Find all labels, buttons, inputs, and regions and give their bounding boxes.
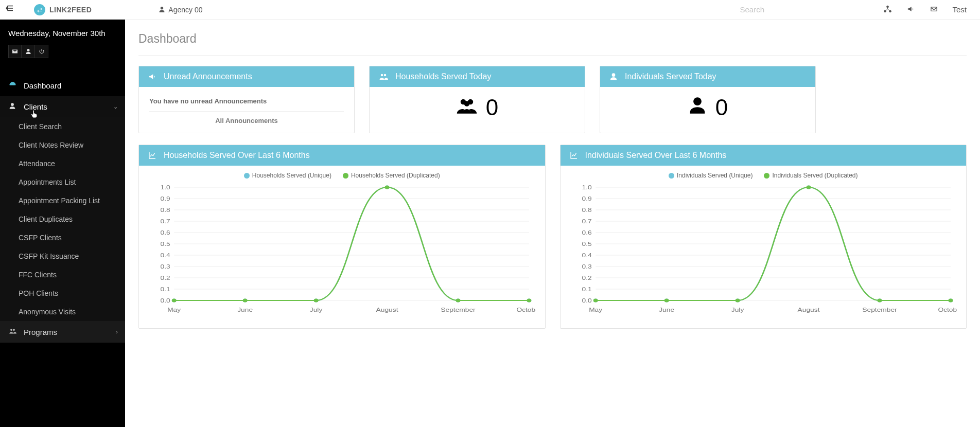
individuals-today-value: 0 xyxy=(715,95,728,120)
sidebar-subitem-csfp-clients[interactable]: CSFP Clients xyxy=(0,228,125,247)
sidebar-item-label: Dashboard xyxy=(24,81,61,90)
svg-text:May: May xyxy=(167,307,181,313)
chart-households: 0.00.10.20.30.40.50.60.70.80.91.0MayJune… xyxy=(148,182,536,316)
svg-point-39 xyxy=(527,299,532,303)
sidebar-item-programs[interactable]: Programs › xyxy=(0,321,125,343)
bullhorn-icon[interactable] xyxy=(907,5,915,14)
svg-text:1.0: 1.0 xyxy=(582,184,591,190)
sidebar-mail-button[interactable] xyxy=(8,45,22,58)
card-households-chart: Households Served Over Last 6 Months Hou… xyxy=(138,145,546,329)
user-label[interactable]: Test xyxy=(952,5,967,14)
card-title: Individuals Served Over Last 6 Months xyxy=(585,151,727,160)
svg-text:0.5: 0.5 xyxy=(160,241,170,247)
page-title: Dashboard xyxy=(138,32,967,46)
search-input[interactable] xyxy=(740,5,873,14)
svg-point-77 xyxy=(806,186,811,189)
sidebar-subitem-client-duplicates[interactable]: Client Duplicates xyxy=(0,210,125,228)
network-icon[interactable] xyxy=(884,5,891,14)
legend-unique: Households Served (Unique) xyxy=(252,172,331,179)
svg-point-38 xyxy=(456,299,461,303)
svg-text:0.2: 0.2 xyxy=(582,275,591,281)
agency-selector[interactable]: Agency 00 xyxy=(159,6,202,14)
sidebar-item-clients[interactable]: Clients ⌄ xyxy=(0,96,125,117)
card-title: Individuals Served Today xyxy=(625,72,716,81)
svg-text:0.9: 0.9 xyxy=(160,195,170,202)
menu-toggle-icon[interactable] xyxy=(0,4,20,15)
svg-text:0.7: 0.7 xyxy=(160,218,170,224)
sidebar-subitem-ffc-clients[interactable]: FFC Clients xyxy=(0,265,125,284)
svg-text:0.4: 0.4 xyxy=(160,252,170,258)
svg-point-74 xyxy=(593,299,598,303)
sidebar-subitem-csfp-kit-issuance[interactable]: CSFP Kit Issuance xyxy=(0,247,125,265)
chart-individuals: 0.00.10.20.30.40.50.60.70.80.91.0MayJune… xyxy=(570,182,957,316)
all-announcements-link[interactable]: All Announcements xyxy=(149,112,344,124)
topbar: ⇄ LINK2FEED Agency 00 Test xyxy=(0,0,980,20)
svg-text:0.4: 0.4 xyxy=(582,252,591,258)
svg-text:0.6: 0.6 xyxy=(582,229,591,236)
svg-text:September: September xyxy=(441,307,475,313)
svg-text:0.5: 0.5 xyxy=(582,241,591,247)
svg-text:July: July xyxy=(310,307,323,313)
svg-text:October: October xyxy=(516,307,535,313)
sidebar-subitem-poh-clients[interactable]: POH Clients xyxy=(0,284,125,303)
logo-text: LINK2FEED xyxy=(49,6,92,14)
households-today-value: 0 xyxy=(486,95,498,120)
svg-text:September: September xyxy=(862,307,897,313)
svg-point-36 xyxy=(314,299,319,303)
card-title: Unread Announcements xyxy=(164,72,252,81)
sidebar-user-button[interactable] xyxy=(22,45,35,58)
svg-text:May: May xyxy=(589,307,603,313)
svg-text:0.0: 0.0 xyxy=(160,297,170,304)
sidebar-quick-buttons xyxy=(8,45,117,58)
svg-text:October: October xyxy=(938,307,957,313)
svg-text:0.3: 0.3 xyxy=(582,263,591,270)
dashboard-icon xyxy=(8,81,16,90)
svg-text:August: August xyxy=(376,307,399,313)
legend-duplicated: Individuals Served (Duplicated) xyxy=(772,172,857,179)
users-icon xyxy=(456,95,478,121)
svg-text:0.0: 0.0 xyxy=(582,297,591,304)
sidebar-item-label: Programs xyxy=(24,328,57,336)
svg-text:0.9: 0.9 xyxy=(582,195,591,202)
sidebar-subitem-appointment-packing-list[interactable]: Appointment Packing List xyxy=(0,191,125,210)
sidebar-subitem-client-notes-review[interactable]: Client Notes Review xyxy=(0,136,125,154)
announcement-empty-text: You have no unread Announcements xyxy=(149,95,344,112)
sidebar-submenu-clients: Client SearchClient Notes ReviewAttendan… xyxy=(0,117,125,321)
bullhorn-icon xyxy=(148,73,156,81)
chevron-down-icon: ⌄ xyxy=(113,103,118,110)
svg-text:June: June xyxy=(659,307,674,313)
sidebar-date: Wednesday, November 30th xyxy=(8,29,117,38)
svg-text:0.1: 0.1 xyxy=(160,286,170,292)
sidebar-subitem-attendance[interactable]: Attendance xyxy=(0,154,125,173)
svg-text:July: July xyxy=(731,307,744,313)
content-area: Dashboard Unread Announcements You have … xyxy=(125,20,980,427)
svg-point-75 xyxy=(664,299,669,303)
user-icon xyxy=(688,96,707,120)
sidebar: Wednesday, November 30th Dashboard Clien… xyxy=(0,20,125,427)
svg-point-35 xyxy=(243,299,248,303)
svg-text:0.8: 0.8 xyxy=(160,207,170,213)
logo[interactable]: ⇄ LINK2FEED xyxy=(34,4,92,15)
svg-text:0.2: 0.2 xyxy=(160,275,170,281)
card-announcements: Unread Announcements You have no unread … xyxy=(138,66,355,133)
svg-point-78 xyxy=(877,299,882,303)
svg-text:August: August xyxy=(797,307,820,313)
chart-icon xyxy=(148,151,156,159)
svg-text:0.7: 0.7 xyxy=(582,218,591,224)
chart-legend: Households Served (Unique) Households Se… xyxy=(148,172,536,179)
sidebar-power-button[interactable] xyxy=(35,45,48,58)
mail-icon[interactable] xyxy=(930,5,938,14)
sidebar-subitem-client-search[interactable]: Client Search xyxy=(0,117,125,136)
legend-unique: Individuals Served (Unique) xyxy=(677,172,752,179)
sidebar-subitem-appointments-list[interactable]: Appointments List xyxy=(0,173,125,191)
chart-icon xyxy=(570,151,578,159)
card-title: Households Served Over Last 6 Months xyxy=(164,151,310,160)
card-individuals-today: Individuals Served Today 0 xyxy=(600,66,816,133)
legend-duplicated: Households Served (Duplicated) xyxy=(351,172,440,179)
sidebar-item-dashboard[interactable]: Dashboard xyxy=(0,75,125,96)
sidebar-subitem-anonymous-visits[interactable]: Anonymous Visits xyxy=(0,303,125,321)
svg-text:1.0: 1.0 xyxy=(160,184,170,190)
card-households-today: Households Served Today 0 xyxy=(369,66,585,133)
user-icon xyxy=(8,102,16,111)
svg-point-37 xyxy=(385,186,390,189)
